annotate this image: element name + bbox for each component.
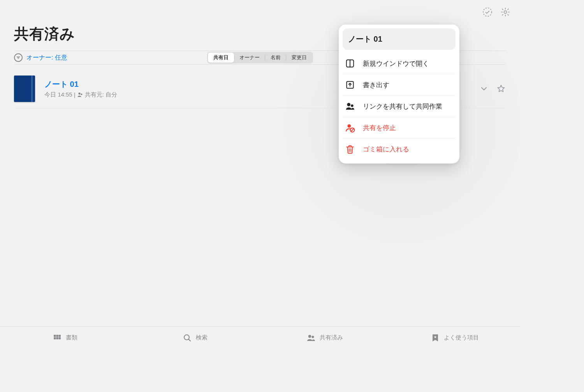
- tab-documents[interactable]: 書類: [0, 327, 130, 349]
- sort-segmented-control: 共有日 オーナー 名前 変更日: [207, 52, 313, 63]
- svg-point-3: [81, 93, 82, 95]
- svg-point-8: [351, 104, 354, 107]
- svg-rect-17: [58, 337, 61, 339]
- settings-gear-icon[interactable]: [500, 7, 510, 17]
- filter-icon: [14, 53, 23, 62]
- svg-point-20: [308, 335, 311, 338]
- search-icon: [183, 333, 192, 343]
- trash-icon: [345, 144, 355, 154]
- svg-rect-15: [54, 337, 56, 339]
- page-title: 共有済み: [14, 24, 75, 44]
- owner-filter[interactable]: オーナー: 任意: [14, 53, 67, 62]
- menu-open-new-window[interactable]: 新規ウインドウで開く: [343, 53, 456, 74]
- tab-favorites[interactable]: よく使う項目: [390, 327, 520, 349]
- owner-filter-label: オーナー: 任意: [26, 54, 67, 62]
- svg-point-9: [348, 124, 351, 128]
- menu-collaborate[interactable]: リンクを共有して共同作業: [343, 96, 456, 117]
- svg-line-11: [351, 128, 354, 132]
- context-menu-list: 新規ウインドウで開く 書き出す リンクを共有して共同作業 共有を停止: [339, 53, 459, 163]
- note-info: ノート 01 今日 14:55 | 共有元: 自分: [44, 79, 117, 98]
- menu-item-label: 新規ウインドウで開く: [363, 59, 429, 68]
- bottom-tab-bar: 書類 検索 共有済み よく使う項目: [0, 326, 520, 349]
- segment-modified[interactable]: 変更日: [286, 53, 312, 63]
- note-shared-by: 共有元: 自分: [85, 91, 117, 98]
- menu-item-label: リンクを共有して共同作業: [363, 102, 442, 111]
- grid-icon: [53, 333, 62, 343]
- segment-share-date[interactable]: 共有日: [208, 53, 234, 63]
- svg-rect-14: [58, 335, 61, 337]
- tab-label: 共有済み: [320, 334, 343, 341]
- note-title: ノート 01: [44, 79, 117, 90]
- shared-icon: [77, 91, 83, 98]
- context-menu-popover: ノート 01 新規ウインドウで開く 書き出す リンクを共有して共同作業: [339, 25, 459, 163]
- svg-point-0: [483, 8, 492, 16]
- svg-point-7: [347, 103, 350, 106]
- tab-search[interactable]: 検索: [130, 327, 260, 349]
- svg-point-2: [78, 93, 80, 95]
- tab-label: よく使う項目: [444, 334, 479, 341]
- tab-label: 書類: [66, 334, 77, 341]
- star-icon[interactable]: [496, 84, 506, 93]
- svg-rect-13: [56, 335, 58, 337]
- collaborate-icon: [345, 101, 355, 111]
- menu-trash[interactable]: ゴミ箱に入れる: [343, 139, 456, 160]
- svg-point-21: [312, 336, 314, 338]
- note-timestamp: 今日 14:55: [44, 91, 72, 98]
- svg-rect-16: [56, 337, 58, 339]
- svg-line-19: [188, 339, 190, 341]
- menu-item-label: ゴミ箱に入れる: [363, 145, 409, 154]
- tab-label: 検索: [196, 334, 208, 341]
- people-icon: [306, 333, 316, 343]
- chevron-down-icon[interactable]: [479, 84, 489, 93]
- svg-point-1: [504, 11, 507, 14]
- menu-export[interactable]: 書き出す: [343, 74, 456, 96]
- stop-share-icon: [345, 123, 355, 133]
- tab-shared[interactable]: 共有済み: [260, 327, 390, 349]
- menu-item-label: 共有を停止: [363, 123, 396, 132]
- note-meta: 今日 14:55 | 共有元: 自分: [44, 91, 117, 98]
- notebook-thumbnail-icon: [14, 76, 35, 102]
- new-window-icon: [345, 58, 355, 69]
- select-mode-icon[interactable]: [482, 7, 493, 17]
- segment-owner[interactable]: オーナー: [234, 53, 265, 63]
- svg-rect-12: [54, 335, 56, 337]
- export-icon: [345, 80, 355, 90]
- menu-item-label: 書き出す: [363, 81, 389, 90]
- bookmark-star-icon: [431, 333, 440, 343]
- segment-name[interactable]: 名前: [265, 53, 286, 63]
- context-menu-title: ノート 01: [343, 28, 456, 50]
- menu-stop-sharing[interactable]: 共有を停止: [343, 117, 456, 139]
